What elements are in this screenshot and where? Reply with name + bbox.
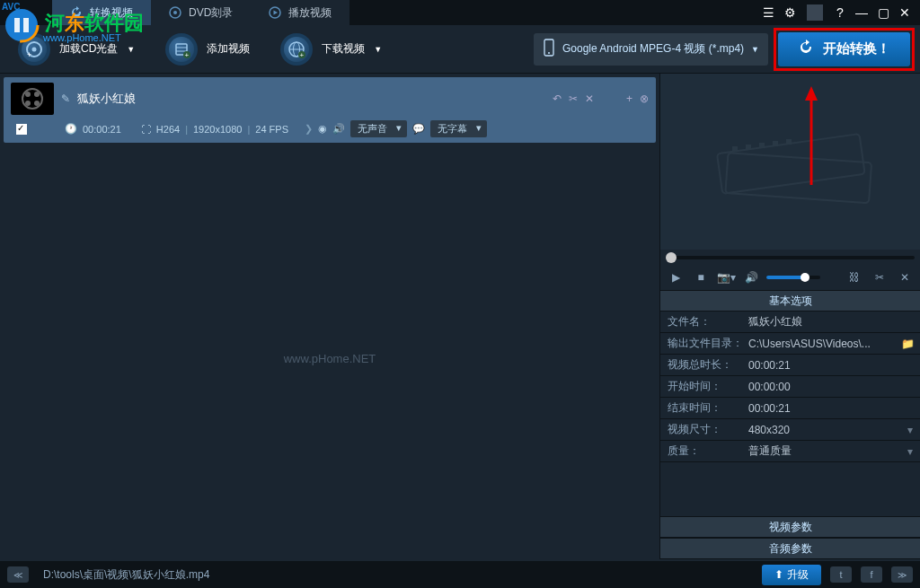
clock-icon: 🕐 <box>65 123 77 135</box>
button-label: 开始转换！ <box>823 40 890 57</box>
add-video-button[interactable]: + 添加视频 <box>153 28 262 71</box>
link-icon[interactable]: ⛓ <box>845 268 864 287</box>
prev-button[interactable]: ≪ <box>7 566 29 583</box>
seek-thumb[interactable] <box>666 252 677 263</box>
file-checkbox[interactable] <box>16 124 27 135</box>
chevron-right-icon[interactable]: ❯ <box>305 123 313 135</box>
load-cd-button[interactable]: + 加载CD光盘 ▼ <box>5 28 147 71</box>
add-icon[interactable]: + <box>626 92 632 105</box>
volume-icon: 🔊 <box>332 123 345 135</box>
upgrade-button[interactable]: ⬆升级 <box>762 565 821 585</box>
phone-icon <box>543 39 555 59</box>
title-bar: 转换视频 DVD刻录 播放视频 ☰ ⚙ ? — ▢ ✕ <box>0 0 920 25</box>
prop-quality-label: 质量： <box>660 443 743 459</box>
subtitle-icon: 💬 <box>412 123 425 135</box>
file-title: 狐妖小红娘 <box>77 91 545 107</box>
expand-icon[interactable]: ✕ <box>895 268 915 287</box>
watermark-text: www.pHome.NET <box>0 352 659 365</box>
prop-start-value[interactable]: 00:00:00 <box>743 381 920 393</box>
help-icon[interactable]: ? <box>832 4 848 21</box>
snapshot-button[interactable]: 📷▾ <box>716 268 736 287</box>
svg-point-24 <box>548 52 550 54</box>
prop-end-label: 结束时间： <box>660 400 743 416</box>
file-list-panel: ✎ 狐妖小红娘 ↶ ✂ ✕ + ⊗ 🕐 00:00:21 ⛶ H264 | <box>0 74 659 559</box>
volume-icon[interactable]: 🔊 <box>741 268 761 287</box>
start-convert-button[interactable]: 开始转换！ <box>778 32 910 66</box>
svg-point-29 <box>34 101 40 106</box>
tab-convert[interactable]: 转换视频 <box>52 0 151 25</box>
menu-icon[interactable]: ☰ <box>760 4 776 21</box>
svg-point-27 <box>34 92 40 97</box>
prop-total-label: 视频总时长： <box>660 357 743 373</box>
file-item[interactable]: ✎ 狐妖小红娘 ↶ ✂ ✕ + ⊗ 🕐 00:00:21 ⛶ H264 | <box>4 77 656 143</box>
cut-icon[interactable]: ✂ <box>569 92 578 105</box>
nav-disc-icon: ◉ <box>318 123 327 135</box>
audio-params-header[interactable]: 音频参数 <box>660 538 920 559</box>
next-button[interactable]: ≫ <box>891 566 913 583</box>
scissors-icon[interactable]: ✂ <box>870 268 889 287</box>
video-preview <box>660 74 920 250</box>
svg-marker-9 <box>274 11 279 15</box>
disc-icon <box>169 6 181 19</box>
seek-bar[interactable] <box>660 250 920 266</box>
shuffle-icon[interactable]: ✕ <box>585 92 594 105</box>
svg-text:+: + <box>300 51 305 59</box>
close-icon[interactable]: ✕ <box>897 4 913 21</box>
remove-icon[interactable]: ⊗ <box>640 92 649 105</box>
svg-rect-32 <box>732 146 738 152</box>
player-controls: ▶ ■ 📷▾ 🔊 ⛓ ✂ ✕ <box>660 266 920 290</box>
status-bar: ≪ D:\tools\桌面\视频\狐妖小红娘.mp4 ⬆升级 t f ≫ <box>0 561 920 588</box>
film-icon: ⛶ <box>141 124 151 135</box>
prop-size-select[interactable]: 480x320 <box>743 424 920 436</box>
svg-text:+: + <box>185 51 190 59</box>
prop-end-value[interactable]: 00:00:21 <box>743 402 920 415</box>
svg-rect-33 <box>746 145 751 150</box>
cd-icon: + <box>18 33 50 66</box>
prop-total-value: 00:00:21 <box>743 359 920 372</box>
basic-options-header: 基本选项 <box>660 290 920 312</box>
button-label: 下载视频 <box>322 41 365 57</box>
file-resolution: 1920x1080 <box>193 124 242 135</box>
audio-select[interactable]: 无声音 <box>350 120 407 137</box>
edit-icon[interactable]: ✎ <box>61 92 70 105</box>
prop-start-label: 开始时间： <box>660 379 743 394</box>
video-params-header[interactable]: 视频参数 <box>660 516 920 538</box>
svg-rect-34 <box>759 143 765 148</box>
prop-quality-select[interactable]: 普通质量 <box>743 443 920 459</box>
tab-label: 转换视频 <box>90 5 133 21</box>
svg-point-26 <box>25 92 31 97</box>
toolbar: + 加载CD光盘 ▼ + 添加视频 + 下载视频 ▼ Google Androi… <box>0 25 920 74</box>
output-format-select[interactable]: Google Android MPEG-4 视频 (*.mp4) ▼ <box>534 33 768 66</box>
twitter-icon[interactable]: t <box>830 566 852 583</box>
file-fps: 24 FPS <box>255 124 288 135</box>
facebook-icon[interactable]: f <box>861 566 882 583</box>
format-label: Google Android MPEG-4 视频 (*.mp4) <box>562 41 744 57</box>
play-button[interactable]: ▶ <box>666 268 686 287</box>
prop-outdir-label: 输出文件目录： <box>660 336 743 351</box>
folder-icon[interactable]: 📁 <box>901 338 915 350</box>
svg-point-7 <box>173 11 177 14</box>
prop-outdir-value[interactable]: C:\Users\ASUS\Videos\...📁 <box>743 338 920 350</box>
svg-point-28 <box>25 101 31 106</box>
minimize-icon[interactable]: — <box>854 4 870 21</box>
file-path: D:\tools\桌面\视频\狐妖小红娘.mp4 <box>38 567 753 583</box>
subtitle-select[interactable]: 无字幕 <box>430 120 487 137</box>
refresh-icon <box>70 6 83 19</box>
play-icon <box>269 6 281 19</box>
file-duration: 00:00:21 <box>83 124 121 135</box>
gear-icon[interactable]: ⚙ <box>782 4 798 21</box>
undo-icon[interactable]: ↶ <box>553 92 562 105</box>
chevron-down-icon: ▼ <box>127 45 135 54</box>
tab-label: 播放视频 <box>288 5 332 21</box>
svg-rect-31 <box>725 153 871 203</box>
tab-play[interactable]: 播放视频 <box>251 0 349 25</box>
maximize-icon[interactable]: ▢ <box>875 4 891 21</box>
prop-filename-value[interactable]: 狐妖小红娘 <box>743 314 920 329</box>
refresh-icon <box>798 39 814 58</box>
tab-dvd[interactable]: DVD刻录 <box>151 0 251 25</box>
volume-slider[interactable] <box>766 276 820 279</box>
button-label: 添加视频 <box>207 41 250 57</box>
stop-button[interactable]: ■ <box>691 268 711 287</box>
download-video-button[interactable]: + 下载视频 ▼ <box>268 28 394 71</box>
svg-point-11 <box>32 47 37 51</box>
